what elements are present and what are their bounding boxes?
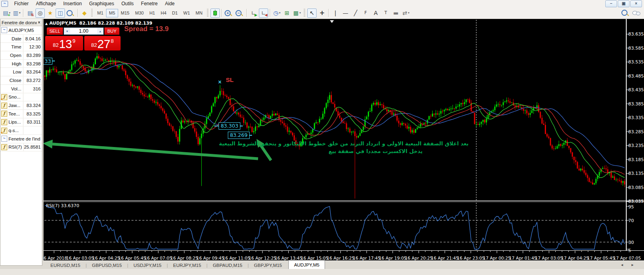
timeframe-d1-button[interactable]: D1 — [169, 9, 181, 17]
menu-item-insertion[interactable]: Insertion — [60, 0, 85, 7]
data-window-label: AUDJPY,M5 — [8, 28, 42, 33]
panel-splitter[interactable] — [42, 19, 44, 260]
price-tag-1-tail-right — [240, 126, 243, 126]
chart-canvas[interactable]: 33 — [44, 19, 644, 260]
data-window-button[interactable]: ◎ — [35, 8, 45, 18]
tab-gbpaud-m15[interactable]: GBPAUD,M15 — [208, 261, 248, 269]
menu-item-outils[interactable]: Outils — [118, 0, 138, 7]
menu-item-fenetre[interactable]: Fenetre — [138, 0, 161, 7]
data-window-row: Low83.264 — [0, 68, 42, 76]
data-window-value: 316 — [23, 85, 42, 93]
time-tick-label: 17 Apr 00:25 — [483, 256, 511, 260]
timeframe-h1-button[interactable]: H1 — [146, 9, 158, 17]
terminal-button[interactable]: ◫ — [56, 8, 65, 18]
minimize-button[interactable]: – — [605, 0, 617, 7]
timeframe-h4-button[interactable]: H4 — [158, 9, 169, 17]
timeframe-mn-button[interactable]: MN — [193, 9, 205, 17]
vertical-line-button[interactable]: | — [331, 8, 340, 18]
data-window-icon: ◎ — [38, 10, 42, 16]
data-window-label: Jaw... — [8, 103, 23, 108]
tab-usdjpy-m15[interactable]: USDJPY,M15 — [128, 261, 167, 269]
tile-windows-button[interactable]: ⊞ — [282, 8, 292, 18]
data-window-titlebar: Fenetre de donné × — [0, 19, 42, 26]
toolbar-separator — [77, 9, 78, 17]
text-button[interactable]: A — [371, 8, 380, 18]
new-order-button[interactable]: ◆ — [80, 8, 89, 18]
timeframe-m15-button[interactable]: M15 — [118, 9, 132, 17]
tab-gbpjpy-m15[interactable]: GBPJPY,M15 — [249, 261, 287, 269]
magnifier-icon: + — [225, 10, 231, 16]
volume-down-button[interactable]: ▼ — [64, 28, 70, 34]
time-tick-label: 17 Apr 05:45 — [587, 256, 615, 260]
sell-button[interactable]: SELL — [47, 27, 63, 35]
volume-input[interactable]: 1.00 — [70, 28, 97, 34]
magnifier-handle — [627, 14, 629, 16]
menu-item-fichier[interactable]: Fichier — [10, 0, 32, 7]
periods-button[interactable]: ◷▾ — [272, 8, 281, 18]
menu-item-aide[interactable]: Aide — [161, 0, 178, 7]
chart-tab-bar: EURUSD,M15|GBPUSD,M15|USDJPY,M15|EURJPY,… — [0, 260, 644, 269]
new-chart-button[interactable]: ▤+▾ — [2, 8, 11, 18]
time-tick-label: 16 Apr 20:25 — [405, 256, 432, 260]
time-tick-label: 16 Apr 23:05 — [457, 256, 484, 260]
cursor-button[interactable]: ↖ — [307, 8, 317, 18]
crosshair-button[interactable]: + — [317, 8, 327, 18]
market-watch-button[interactable]: ▤⇅ — [25, 8, 35, 18]
fibonacci-button[interactable]: F — [361, 8, 370, 18]
menu-item-affichage[interactable]: Affichage — [32, 0, 60, 7]
close-icon[interactable]: × — [37, 20, 42, 25]
zoom-out-button[interactable]: − — [235, 8, 245, 18]
chart-profiles-button[interactable]: ▥▾ — [12, 8, 21, 18]
timeframe-m1-button[interactable]: M1 — [94, 9, 106, 17]
buy-button[interactable]: BUY — [104, 27, 119, 35]
tab-scroll-right-button[interactable]: ▸ — [631, 262, 634, 267]
navigator-button[interactable]: ★ — [46, 8, 55, 18]
magnifier-icon — [621, 10, 627, 16]
toolbar-separator — [328, 9, 329, 17]
horizontal-line-button[interactable]: — — [341, 8, 350, 18]
timeframe-m30-button[interactable]: M30 — [132, 9, 146, 17]
price-tick-label: 83.035 — [628, 199, 644, 204]
toolbar: ▤+▾▥▾▤⇅◎★◫◆M1M5M15M30H1H4D1W1MN+−∟▶∟◀◷▾⊞… — [0, 7, 644, 19]
tab-audjpy-m5[interactable]: AUDJPY,M5 — [288, 260, 325, 269]
time-axis[interactable]: 16 Apr 201816 Apr 03:0516 Apr 04:2516 Ap… — [44, 250, 644, 260]
auto-scroll-button[interactable]: ∟▶ — [249, 8, 258, 18]
tab-eurusd-m15[interactable]: EURUSD,M15 — [45, 261, 85, 269]
timeframe-m5-button[interactable]: M5 — [106, 9, 118, 17]
trendline-button[interactable]: ╱ — [351, 8, 360, 18]
magnifier-icon: − — [236, 10, 242, 16]
close-button[interactable]: × — [630, 0, 642, 7]
zoom-in-button[interactable]: + — [224, 8, 234, 18]
data-window-row: Open83.289 — [0, 51, 42, 60]
chart-shift-button[interactable]: ∟◀ — [259, 8, 268, 18]
text-label-button[interactable]: T — [381, 8, 390, 18]
sell-price-box[interactable]: 82 13 9 — [45, 36, 83, 50]
strategy-tester-button[interactable] — [66, 8, 76, 18]
chart-templates-button[interactable]: ▩▾ — [292, 8, 302, 18]
volume-up-button[interactable]: ▲ — [97, 28, 103, 34]
function-icon: ƒ — [1, 94, 7, 100]
arrow-tools-button[interactable]: ⇄▾ — [401, 8, 411, 18]
data-window-label: RSI(7) — [8, 145, 23, 149]
tab-scroll-left-button[interactable]: ◂ — [621, 262, 623, 267]
chat-button[interactable] — [631, 8, 641, 17]
cursor-icon: ↖ — [310, 10, 315, 16]
data-window-row: Date8.04.16 — [0, 35, 42, 43]
restore-button[interactable]: ▣ — [618, 0, 629, 7]
price-tick-label: 83.235 — [628, 143, 644, 148]
menu-item-graphiques[interactable]: Graphiques — [85, 0, 118, 7]
shapes-button[interactable]: ▬ — [391, 8, 400, 18]
rsi-indicator-label: RSI(7) 33.6370 — [46, 203, 79, 208]
candlesticks-button[interactable] — [210, 8, 220, 18]
search-button[interactable] — [621, 8, 631, 17]
tab-eurjpy-m15[interactable]: EURJPY,M15 — [168, 261, 206, 269]
tab-gbpusd-m15[interactable]: GBPUSD,M15 — [87, 261, 127, 269]
left-price-tag: 33 — [43, 58, 52, 65]
data-window-label: Lips... — [8, 120, 23, 124]
price-axis[interactable]: 83.63583.58583.53583.48583.43583.38583.3… — [626, 19, 644, 250]
buy-price-box[interactable]: 82 27 8 — [84, 36, 121, 50]
data-window-label: q-s... — [8, 128, 23, 133]
chevron-down-icon: ▾ — [279, 11, 281, 15]
timeframe-w1-button[interactable]: W1 — [181, 9, 193, 17]
sell-price-big: 13 — [59, 39, 72, 49]
